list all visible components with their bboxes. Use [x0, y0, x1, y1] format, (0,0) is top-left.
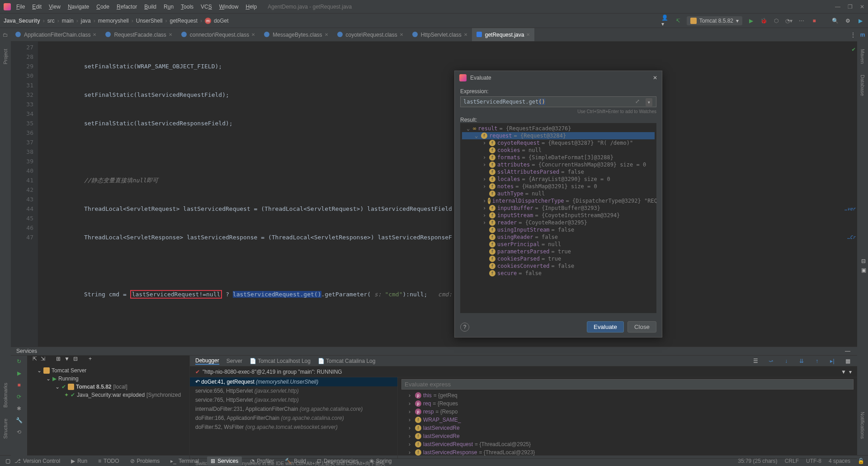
problems-tab[interactable]: ⊘ Problems: [127, 458, 163, 464]
user-icon[interactable]: 👤▾: [661, 17, 670, 25]
minimize-panel-icon[interactable]: —: [844, 347, 852, 355]
profiler-tab[interactable]: ◔ Profiler: [247, 458, 277, 464]
menu-help[interactable]: Help: [245, 4, 257, 10]
readonly-icon[interactable]: 🔓: [858, 458, 864, 464]
frame-row[interactable]: ↶ doGet:41, getRequest (memoryshell.Unse…: [190, 377, 397, 386]
frame-row[interactable]: internalDoFilter:231, ApplicationFilterC…: [190, 404, 397, 414]
result-tree-row[interactable]: ›f notes = {HashMap@3291} size = 0: [462, 183, 655, 190]
run-to-cursor-icon[interactable]: ▸|: [828, 357, 836, 365]
step-into-icon[interactable]: ↓: [782, 357, 790, 365]
var-row[interactable]: ›f lastServicedRe: [401, 424, 854, 432]
debug-button[interactable]: 🐞: [760, 17, 768, 25]
filter-threads-icon[interactable]: ▼: [841, 369, 846, 375]
frame-row[interactable]: service:656, HttpServlet (javax.servlet.…: [190, 386, 397, 395]
grid-icon[interactable]: ⊞: [56, 356, 61, 366]
result-tree-row[interactable]: f secure = false: [462, 270, 655, 277]
result-tree-row[interactable]: ⌄f request = {Request@3284}: [462, 132, 655, 139]
frame-row[interactable]: service:765, HttpServlet (javax.servlet.…: [190, 395, 397, 404]
tab[interactable]: RequestFacade.class✕: [101, 28, 176, 41]
help-icon[interactable]: ?: [460, 323, 469, 332]
notifications-tool[interactable]: Notifications: [860, 412, 865, 439]
var-row[interactable]: ›f lastServicedResponse = {ThreadLocal@2…: [401, 448, 854, 456]
menu-navigate[interactable]: Navigate: [68, 4, 89, 10]
maximize-icon[interactable]: ❐: [848, 4, 853, 10]
close-button[interactable]: Close: [627, 321, 656, 333]
tab-close-icon[interactable]: ✕: [93, 32, 96, 37]
todo-tab[interactable]: ≡ TODO: [95, 458, 122, 464]
localhost-log-tab[interactable]: 📄 Tomcat Localhost Log: [250, 358, 311, 364]
frame-row[interactable]: doFilter:166, ApplicationFilterChain (or…: [190, 414, 397, 423]
minimize-icon[interactable]: —: [835, 4, 840, 10]
settings-icon[interactable]: ✱: [15, 404, 23, 413]
coverage-button[interactable]: ⬡: [772, 17, 780, 25]
services-tab[interactable]: ⊞ Services: [207, 456, 242, 466]
close-icon[interactable]: ✕: [860, 4, 864, 10]
menu-vcs[interactable]: VCS: [201, 4, 212, 10]
rerun-icon[interactable]: ↻: [15, 357, 23, 366]
line-separator[interactable]: CRLF: [785, 458, 799, 464]
tab[interactable]: HttpServlet.class✕: [408, 28, 472, 41]
panel-settings-icon[interactable]: ⊟: [861, 258, 866, 264]
build-tab[interactable]: 🔨 Build: [282, 458, 309, 464]
terminal-tab[interactable]: ▸_ Terminal: [168, 458, 202, 464]
tab-close-icon[interactable]: ✕: [400, 32, 403, 37]
evaluate-icon[interactable]: ▦: [844, 357, 852, 365]
menu-refactor[interactable]: Refactor: [117, 4, 137, 10]
filter-icon[interactable]: ▼: [64, 356, 70, 366]
maven-tool[interactable]: Maven: [860, 49, 865, 64]
structure-tool[interactable]: Structure: [3, 418, 8, 439]
build-icon[interactable]: ↸: [674, 17, 682, 25]
inspections-ok-icon[interactable]: ✔: [852, 44, 855, 54]
breadcrumb-item[interactable]: src: [47, 18, 55, 24]
menu-file[interactable]: File: [16, 4, 25, 10]
server-tab[interactable]: Server: [226, 358, 242, 364]
tabs-overflow-icon[interactable]: ⋮: [849, 31, 857, 39]
run-button[interactable]: ▶: [747, 17, 755, 25]
tree-running[interactable]: ⌄ ▶ Running: [29, 375, 188, 383]
step-out-icon[interactable]: ↑: [813, 357, 821, 365]
menu-build[interactable]: Build: [144, 4, 156, 10]
run-tab[interactable]: ▶ Run: [68, 458, 90, 464]
layout-icon[interactable]: ☰: [751, 357, 760, 365]
result-tree-row[interactable]: ›f coyoteRequest = {Request@3287} "R( /d…: [462, 139, 655, 147]
tab-close-icon[interactable]: ✕: [325, 32, 328, 37]
breadcrumb-item[interactable]: main: [62, 18, 74, 24]
result-tree-row[interactable]: f parametersParsed = true: [462, 248, 655, 255]
force-step-icon[interactable]: ⇊: [797, 357, 806, 365]
resume-icon[interactable]: ▶: [15, 369, 23, 377]
tool-windows-icon[interactable]: ▢: [4, 457, 12, 465]
menu-edit[interactable]: Edit: [32, 4, 42, 10]
version-control-tab[interactable]: ⎇ Version Control: [12, 458, 63, 464]
code-editor[interactable]: ✔ 27282930313233343536373839404142434445…: [11, 42, 857, 347]
tab[interactable]: ApplicationFilterChain.class✕: [11, 28, 101, 41]
encoding[interactable]: UTF-8: [806, 458, 821, 464]
spring-tab[interactable]: ❀ Spring: [367, 458, 395, 464]
tab[interactable]: coyote\Request.class✕: [333, 28, 408, 41]
menu-window[interactable]: Window: [219, 4, 239, 10]
debugger-tab[interactable]: Debugger: [195, 357, 219, 365]
dependencies-tab[interactable]: ⊡ Dependencies: [314, 458, 361, 464]
result-tree-row[interactable]: ›f attributes = {ConcurrentHashMap@3289}…: [462, 161, 655, 168]
expand-icon[interactable]: ⇱: [33, 356, 37, 366]
result-tree-row[interactable]: f userPrincipal = null: [462, 241, 655, 248]
breadcrumb-item[interactable]: doGet: [214, 18, 229, 24]
panel-layout-icon[interactable]: ▣: [861, 267, 866, 273]
var-row[interactable]: ›f lastServicedRequest = {ThreadLocal@29…: [401, 440, 854, 448]
bookmarks-tool[interactable]: Bookmarks: [3, 383, 8, 408]
result-tree-row[interactable]: ›f formats = {SimpleDateFormat[3]@3288}: [462, 154, 655, 161]
deploy-icon[interactable]: ⟳: [15, 393, 23, 401]
breadcrumb-item[interactable]: getRequest: [170, 18, 197, 24]
collapse-icon[interactable]: ⇲: [41, 356, 45, 366]
thread-label[interactable]: "http-nio-8080-exec-8"@2,419 in group "m…: [203, 369, 342, 375]
var-row[interactable]: ›f lastServicedRe: [401, 432, 854, 440]
search-icon[interactable]: 🔍: [831, 17, 839, 25]
result-tree-row[interactable]: f cookiesParsed = true: [462, 255, 655, 262]
project-tool[interactable]: Project: [3, 49, 8, 64]
catalina-log-tab[interactable]: 📄 Tomcat Catalina Log: [318, 358, 376, 364]
menu-view[interactable]: View: [49, 4, 61, 10]
var-row[interactable]: ›p resp = {Respo: [401, 408, 854, 416]
close-icon[interactable]: ✕: [653, 75, 657, 81]
result-tree-row[interactable]: f cookiesConverted = false: [462, 262, 655, 270]
result-tree-row[interactable]: ›f internalDispatcherType = {DispatcherT…: [462, 197, 655, 204]
frame-row[interactable]: doFilter:52, WsFilter (org.apache.tomcat…: [190, 423, 397, 432]
